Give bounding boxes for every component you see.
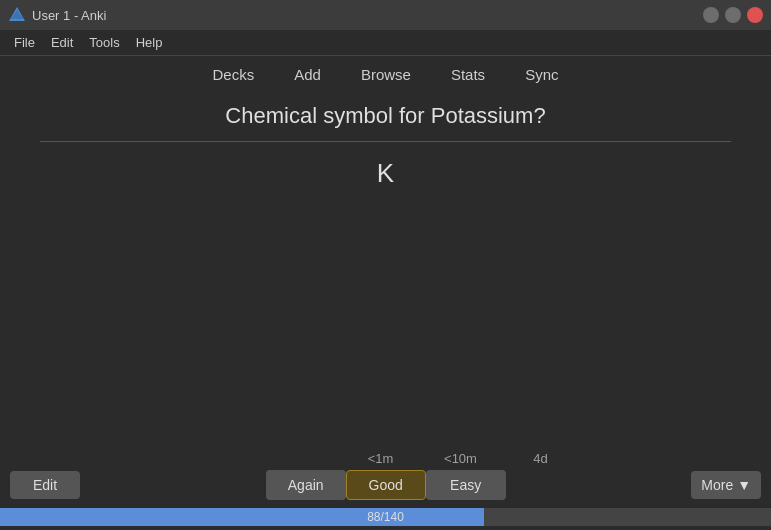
timing-row: <1m <10m 4d (0, 451, 771, 466)
nav-stats[interactable]: Stats (451, 66, 485, 83)
window-controls (703, 7, 763, 23)
good-timing: <10m (421, 451, 501, 466)
easy-button[interactable]: Easy (426, 470, 506, 500)
menu-help[interactable]: Help (128, 33, 171, 52)
card-question: Chemical symbol for Potassium? (40, 103, 731, 141)
bottom-area: <1m <10m 4d Edit Again Good Easy More ▼ … (0, 443, 771, 530)
answer-buttons: Again Good Easy (266, 470, 506, 500)
menu-file[interactable]: File (6, 33, 43, 52)
card-answer: K (377, 158, 394, 189)
close-button[interactable] (747, 7, 763, 23)
nav-browse[interactable]: Browse (361, 66, 411, 83)
title-bar: User 1 - Anki (0, 0, 771, 30)
card-area: Chemical symbol for Potassium? K (0, 93, 771, 443)
nav-sync[interactable]: Sync (525, 66, 558, 83)
edit-button[interactable]: Edit (10, 471, 80, 499)
nav-bar: Decks Add Browse Stats Sync (0, 56, 771, 93)
more-button[interactable]: More ▼ (691, 471, 761, 499)
maximize-button[interactable] (725, 7, 741, 23)
easy-timing: 4d (501, 451, 581, 466)
menu-tools[interactable]: Tools (81, 33, 127, 52)
again-timing: <1m (341, 451, 421, 466)
window-title: User 1 - Anki (32, 8, 106, 23)
progress-bar-container: 88/140 (0, 508, 771, 526)
card-divider (40, 141, 731, 142)
nav-decks[interactable]: Decks (213, 66, 255, 83)
progress-text: 88/140 (0, 508, 771, 526)
app-icon (8, 6, 26, 24)
minimize-button[interactable] (703, 7, 719, 23)
buttons-row: Edit Again Good Easy More ▼ (0, 470, 771, 500)
menu-edit[interactable]: Edit (43, 33, 81, 52)
menu-bar: File Edit Tools Help (0, 30, 771, 56)
again-button[interactable]: Again (266, 470, 346, 500)
title-bar-left: User 1 - Anki (8, 6, 106, 24)
good-button[interactable]: Good (346, 470, 426, 500)
nav-add[interactable]: Add (294, 66, 321, 83)
